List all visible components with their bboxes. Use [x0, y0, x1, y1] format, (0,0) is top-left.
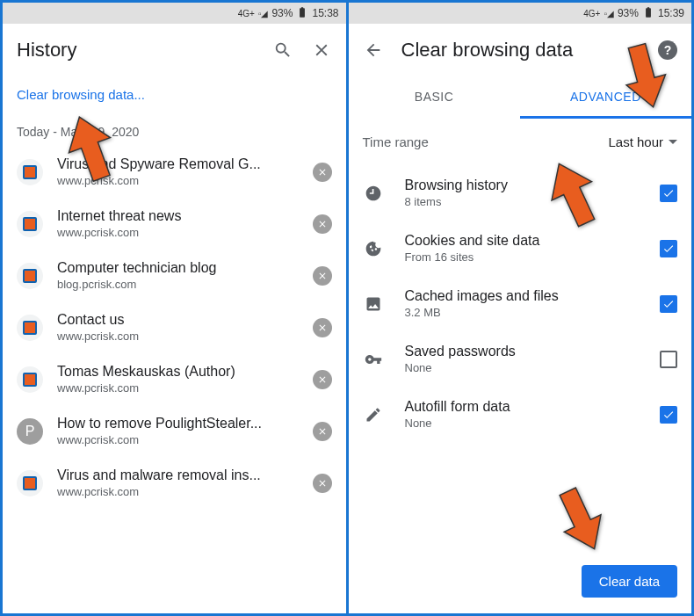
clear-option-title: Saved passwords — [405, 344, 640, 359]
checkbox[interactable] — [660, 295, 677, 313]
favicon — [17, 159, 43, 185]
history-item[interactable]: Tomas Meskauskas (Author)www.pcrisk.com — [3, 353, 346, 405]
favicon — [17, 211, 43, 237]
history-url: www.pcrisk.com — [57, 226, 299, 239]
history-url: www.pcrisk.com — [57, 330, 299, 343]
history-date-header: Today - March 9, 2020 — [3, 109, 346, 146]
favicon — [17, 470, 43, 496]
clear-option-row[interactable]: Saved passwordsNone — [349, 331, 692, 387]
history-item[interactable]: PHow to remove PoulightStealer...www.pcr… — [3, 405, 346, 457]
clear-option-row[interactable]: Cookies and site dataFrom 16 sites — [349, 221, 692, 276]
clear-data-button[interactable]: Clear data — [582, 565, 677, 598]
history-url: blog.pcrisk.com — [57, 278, 299, 291]
close-icon[interactable] — [311, 40, 332, 61]
favicon — [17, 315, 43, 341]
history-title: Virus and Spyware Removal G... — [57, 156, 299, 172]
tab-basic[interactable]: BASIC — [349, 76, 520, 119]
remove-history-icon[interactable] — [313, 214, 332, 234]
clear-option-text: Cached images and files3.2 MB — [405, 288, 640, 319]
clear-option-subtitle: None — [405, 361, 640, 374]
page-title: Clear browsing data — [401, 39, 641, 62]
clear-options-list: Browsing history8 itemsCookies and site … — [349, 165, 692, 554]
clear-option-subtitle: None — [405, 417, 640, 430]
history-url: www.pcrisk.com — [57, 485, 299, 498]
page-title: History — [17, 39, 255, 62]
history-title: Tomas Meskauskas (Author) — [57, 364, 299, 380]
history-title: Internet threat news — [57, 208, 299, 224]
chevron-down-icon — [669, 140, 677, 144]
clear-option-subtitle: 8 items — [405, 195, 640, 208]
signal-icon: ▫◢ — [604, 9, 614, 18]
history-text: Virus and malware removal ins...www.pcri… — [57, 467, 299, 498]
remove-history-icon[interactable] — [313, 422, 332, 441]
search-icon[interactable] — [272, 40, 293, 61]
battery-icon — [642, 6, 654, 21]
remove-history-icon[interactable] — [313, 163, 332, 182]
key-icon — [363, 351, 384, 368]
history-text: Tomas Meskauskas (Author)www.pcrisk.com — [57, 364, 299, 395]
history-title: Contact us — [57, 312, 299, 328]
history-title: Computer technician blog — [57, 260, 299, 276]
history-title: How to remove PoulightStealer... — [57, 416, 299, 431]
status-bar: 4G+ ▫◢ 93% 15:38 — [3, 3, 346, 24]
favicon: P — [17, 418, 43, 445]
pencil-icon — [363, 406, 384, 424]
tab-advanced[interactable]: ADVANCED — [520, 76, 691, 119]
appbar: History — [3, 24, 346, 76]
bottom-bar: Clear data — [349, 554, 692, 613]
checkbox[interactable] — [660, 185, 677, 202]
clock-icon — [363, 185, 384, 202]
checkbox[interactable] — [660, 406, 677, 424]
battery-text: 93% — [618, 7, 639, 19]
history-url: www.pcrisk.com — [57, 433, 299, 446]
clear-option-title: Autofill form data — [405, 399, 640, 415]
checkbox[interactable] — [660, 351, 677, 368]
remove-history-icon[interactable] — [313, 318, 332, 337]
clear-option-row[interactable]: Autofill form dataNone — [349, 387, 692, 442]
cookie-icon — [363, 240, 384, 257]
phone-clear-data: 4G+ ▫◢ 93% 15:39 Clear browsing data ? B… — [349, 3, 692, 613]
history-item[interactable]: Contact uswww.pcrisk.com — [3, 301, 346, 353]
remove-history-icon[interactable] — [313, 370, 332, 389]
history-text: Virus and Spyware Removal G...www.pcrisk… — [57, 156, 299, 187]
time-range-value: Last hour — [608, 134, 663, 149]
image-icon — [363, 295, 384, 313]
time-range-label: Time range — [363, 134, 609, 149]
signal-icon: ▫◢ — [258, 9, 269, 18]
clear-option-text: Cookies and site dataFrom 16 sites — [405, 233, 640, 264]
history-item[interactable]: Computer technician blogblog.pcrisk.com — [3, 250, 346, 301]
favicon — [17, 263, 43, 289]
history-text: How to remove PoulightStealer...www.pcri… — [57, 416, 299, 446]
history-text: Internet threat newswww.pcrisk.com — [57, 208, 299, 239]
tabs: BASIC ADVANCED — [349, 76, 692, 119]
time-range-row[interactable]: Time range Last hour — [349, 119, 692, 165]
clear-option-subtitle: 3.2 MB — [405, 306, 640, 319]
history-text: Contact uswww.pcrisk.com — [57, 312, 299, 343]
phone-history: 4G+ ▫◢ 93% 15:38 History Clear browsing … — [3, 3, 346, 613]
history-item[interactable]: Internet threat newswww.pcrisk.com — [3, 198, 346, 250]
remove-history-icon[interactable] — [313, 474, 332, 493]
clear-option-text: Autofill form dataNone — [405, 399, 640, 430]
history-item[interactable]: Virus and Spyware Removal G...www.pcrisk… — [3, 146, 346, 198]
clear-option-subtitle: From 16 sites — [405, 250, 640, 264]
clear-browsing-data-link[interactable]: Clear browsing data... — [3, 76, 346, 109]
back-icon[interactable] — [363, 40, 384, 61]
battery-icon — [296, 6, 308, 21]
help-icon[interactable]: ? — [658, 40, 677, 60]
clear-option-title: Cached images and files — [405, 288, 640, 304]
history-url: www.pcrisk.com — [57, 381, 299, 395]
remove-history-icon[interactable] — [313, 266, 332, 286]
clock-text: 15:38 — [312, 7, 338, 19]
network-icon: 4G+ — [238, 9, 255, 18]
status-bar: 4G+ ▫◢ 93% 15:39 — [349, 3, 692, 24]
clear-option-title: Browsing history — [405, 178, 640, 193]
history-list: Virus and Spyware Removal G...www.pcrisk… — [3, 146, 346, 613]
clear-option-text: Browsing history8 items — [405, 178, 640, 208]
clear-option-row[interactable]: Browsing history8 items — [349, 165, 692, 221]
history-url: www.pcrisk.com — [57, 174, 299, 187]
history-text: Computer technician blogblog.pcrisk.com — [57, 260, 299, 291]
checkbox[interactable] — [660, 240, 677, 257]
history-item[interactable]: Virus and malware removal ins...www.pcri… — [3, 457, 346, 509]
clear-option-row[interactable]: Cached images and files3.2 MB — [349, 276, 692, 331]
network-icon: 4G+ — [583, 9, 600, 18]
